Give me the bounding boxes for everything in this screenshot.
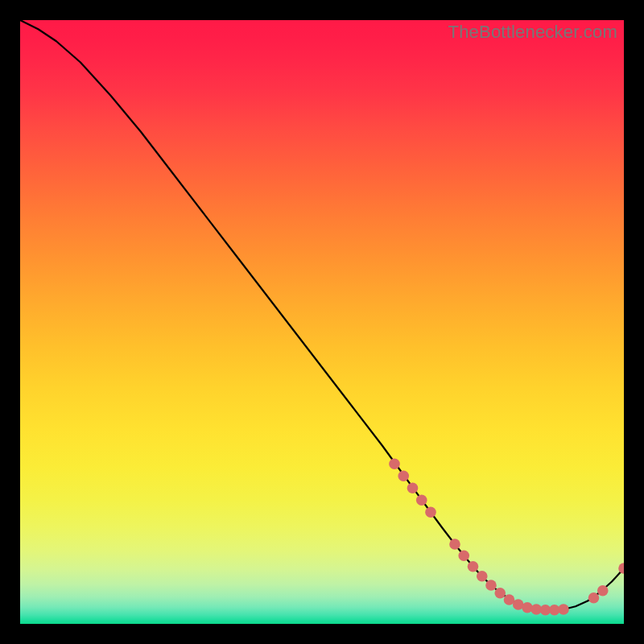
curve-marker	[416, 494, 427, 506]
curve-marker	[398, 470, 409, 481]
bottleneck-curve-chart	[20, 20, 624, 624]
curve-marker	[597, 585, 609, 597]
curve-marker	[588, 592, 600, 604]
curve-marker	[477, 571, 488, 582]
gradient-background	[20, 20, 624, 624]
curve-marker	[449, 539, 460, 550]
curve-marker	[485, 580, 497, 591]
curve-marker	[407, 482, 419, 493]
curve-marker	[458, 550, 469, 561]
curve-marker	[389, 458, 400, 469]
curve-marker	[494, 588, 506, 599]
chart-frame: TheBottlenecker.com	[20, 20, 624, 624]
curve-marker	[425, 506, 436, 518]
curve-marker	[522, 602, 533, 613]
curve-marker	[558, 604, 569, 615]
watermark-text: TheBottlenecker.com	[448, 22, 617, 43]
curve-marker	[468, 561, 479, 572]
